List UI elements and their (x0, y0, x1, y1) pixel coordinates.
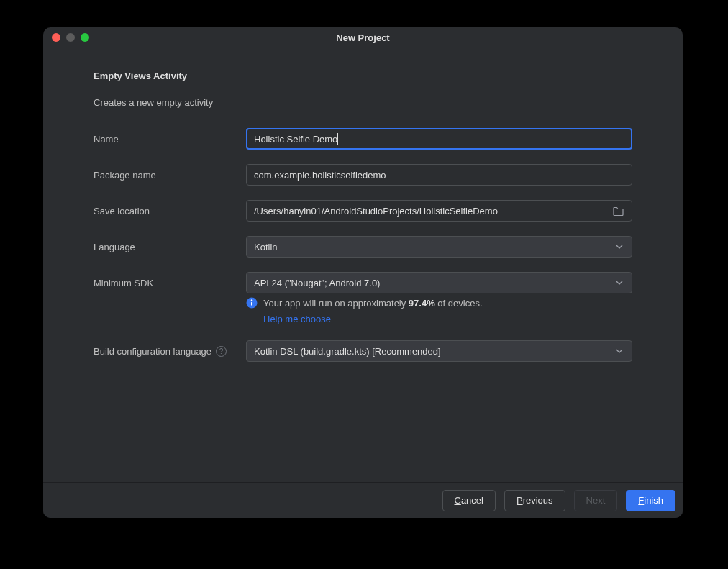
device-coverage-info: Your app will run on approximately 97.4%… (246, 296, 632, 326)
buildlang-select-value: Kotlin DSL (build.gradle.kts) [Recommend… (254, 346, 441, 357)
dialog-footer: Cancel Previous Next Finish (43, 482, 683, 518)
text-caret (337, 133, 338, 145)
chevron-down-icon (614, 242, 624, 252)
minsdk-label: Minimum SDK (94, 278, 246, 288)
previous-rest: revious (523, 495, 553, 506)
minsdk-select-value: API 24 ("Nougat"; Android 7.0) (254, 278, 380, 288)
close-window-button[interactable] (52, 33, 60, 42)
window-controls (52, 33, 89, 42)
dialog-window: New Project Empty Views Activity Creates… (43, 27, 683, 518)
info-suffix: of devices. (435, 298, 483, 309)
svg-point-1 (251, 299, 252, 301)
package-input-value: com.example.holisticselfiedemo (254, 170, 386, 181)
device-coverage-text: Your app will run on approximately 97.4%… (263, 296, 483, 326)
finish-rest: inish (644, 495, 663, 506)
chevron-down-icon (614, 278, 624, 288)
info-percent: 97.4% (409, 298, 435, 309)
location-input[interactable]: /Users/hanyin01/AndroidStudioProjects/Ho… (246, 200, 632, 222)
cancel-button[interactable]: Cancel (442, 490, 496, 511)
name-input[interactable]: Holistic Selfie Demo (246, 128, 632, 150)
package-label: Package name (94, 170, 246, 181)
help-icon[interactable]: ? (216, 346, 227, 357)
name-row: Name Holistic Selfie Demo (94, 128, 632, 150)
buildlang-label-text: Build configuration language (94, 346, 211, 357)
name-label: Name (94, 134, 246, 145)
info-prefix: Your app will run on approximately (263, 298, 409, 309)
minimize-window-button (66, 33, 75, 42)
svg-rect-2 (251, 302, 252, 306)
location-label: Save location (94, 206, 246, 217)
finish-button[interactable]: Finish (626, 490, 675, 511)
next-button: Next (574, 490, 618, 511)
language-label: Language (94, 242, 246, 252)
minsdk-select[interactable]: API 24 ("Nougat"; Android 7.0) (246, 272, 632, 293)
dialog-content: Empty Views Activity Creates a new empty… (43, 47, 683, 482)
package-row: Package name com.example.holisticselfied… (94, 164, 632, 186)
location-input-value: /Users/hanyin01/AndroidStudioProjects/Ho… (254, 206, 498, 217)
name-input-value: Holistic Selfie Demo (254, 134, 337, 145)
chevron-down-icon (614, 346, 624, 356)
buildlang-label: Build configuration language ? (94, 346, 246, 357)
next-label: Next (586, 495, 606, 506)
language-row: Language Kotlin (94, 236, 632, 258)
cancel-rest: ancel (461, 495, 483, 506)
minsdk-row: Minimum SDK API 24 ("Nougat"; Android 7.… (94, 272, 632, 293)
template-heading: Empty Views Activity (94, 70, 632, 81)
titlebar: New Project (43, 27, 683, 47)
previous-button[interactable]: Previous (504, 490, 565, 511)
language-select[interactable]: Kotlin (246, 236, 632, 258)
location-row: Save location /Users/hanyin01/AndroidStu… (94, 200, 632, 222)
help-me-choose-link[interactable]: Help me choose (263, 312, 483, 327)
maximize-window-button[interactable] (81, 33, 89, 42)
template-subheading: Creates a new empty activity (94, 97, 632, 108)
buildlang-select[interactable]: Kotlin DSL (build.gradle.kts) [Recommend… (246, 340, 632, 362)
info-icon (246, 297, 258, 309)
package-input[interactable]: com.example.holisticselfiedemo (246, 164, 632, 186)
browse-folder-icon[interactable] (613, 206, 624, 216)
buildlang-row: Build configuration language ? Kotlin DS… (94, 340, 632, 362)
language-select-value: Kotlin (254, 242, 278, 252)
window-title: New Project (43, 32, 683, 43)
